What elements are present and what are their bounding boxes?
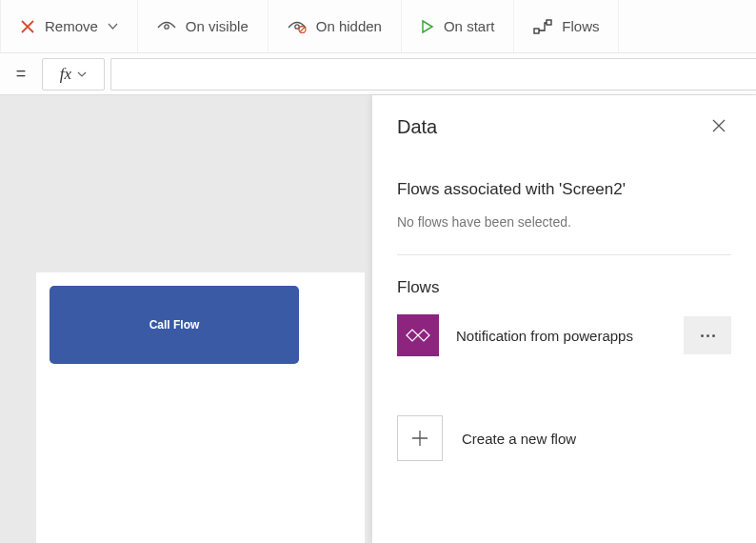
play-icon [421, 20, 434, 33]
data-panel: Data Flows associated with 'Screen2' No … [372, 95, 756, 543]
screen-canvas[interactable]: Call Flow [36, 272, 365, 543]
dot-icon [706, 334, 709, 337]
close-icon [710, 117, 727, 134]
on-hidden-label: On hidden [316, 18, 382, 34]
svg-point-0 [165, 24, 169, 28]
flows-button[interactable]: Flows [514, 0, 619, 52]
eye-off-icon [288, 20, 307, 33]
divider [397, 254, 731, 255]
flow-name: Notification from powerapps [456, 328, 666, 344]
dot-icon [712, 334, 715, 337]
create-flow-label: Create a new flow [462, 431, 576, 447]
flow-item[interactable]: Notification from powerapps [397, 314, 731, 356]
formula-input[interactable] [110, 58, 756, 90]
flows-label: Flows [562, 18, 599, 34]
plus-box [397, 415, 443, 461]
svg-rect-5 [547, 20, 551, 25]
create-flow-button[interactable]: Create a new flow [397, 415, 731, 461]
toolbar: Remove On visible On hidden On start Flo… [0, 0, 756, 53]
flow-icon [533, 19, 552, 34]
fx-label: fx [60, 65, 71, 84]
fx-selector[interactable]: fx [42, 58, 105, 90]
no-flows-message: No flows have been selected. [397, 214, 731, 230]
equals-indicator: = [0, 64, 42, 84]
associated-flows-title: Flows associated with 'Screen2' [397, 180, 731, 199]
chevron-down-icon [77, 70, 87, 79]
svg-point-1 [295, 24, 299, 28]
remove-button[interactable]: Remove [0, 0, 138, 52]
on-start-label: On start [444, 18, 494, 34]
on-visible-button[interactable]: On visible [138, 0, 269, 52]
formula-bar: = fx [0, 53, 756, 95]
on-start-button[interactable]: On start [402, 0, 514, 52]
x-icon [20, 19, 35, 34]
on-hidden-button[interactable]: On hidden [269, 0, 402, 52]
close-button[interactable] [710, 117, 727, 138]
on-visible-label: On visible [186, 18, 249, 34]
dot-icon [701, 334, 704, 337]
remove-label: Remove [45, 18, 98, 34]
plus-icon [409, 428, 430, 449]
more-actions-button[interactable] [684, 316, 731, 354]
chevron-down-icon [108, 21, 118, 31]
eye-icon [157, 20, 176, 33]
powerapps-icon [397, 314, 439, 356]
svg-line-3 [300, 27, 305, 31]
svg-rect-4 [534, 29, 539, 33]
flows-heading: Flows [397, 278, 731, 297]
panel-title: Data [397, 116, 437, 138]
call-flow-label: Call Flow [149, 318, 200, 332]
call-flow-button[interactable]: Call Flow [50, 286, 299, 364]
